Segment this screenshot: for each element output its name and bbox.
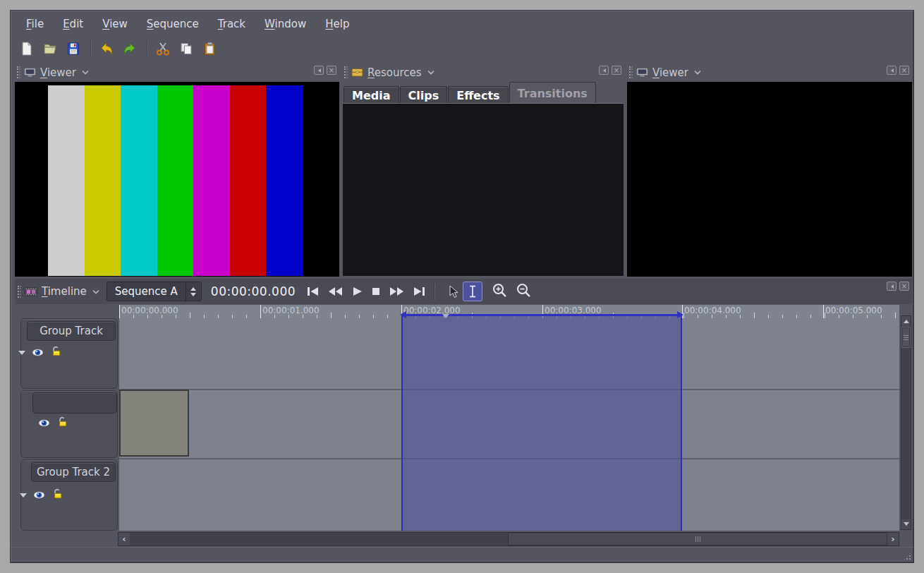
tab-clips[interactable]: Clips — [400, 86, 448, 103]
ruler-tick-label: 00:00:01.000 — [260, 305, 320, 318]
viewer-panel-right: Viewer × — [627, 63, 912, 277]
transport-controls — [306, 286, 426, 296]
track-name-button[interactable]: Group Track 2 — [31, 462, 116, 482]
scroll-left-button[interactable]: ‹ — [118, 533, 130, 545]
track-header-group-track-2: Group Track 2 — [20, 459, 118, 531]
dock-left-icon — [601, 68, 606, 73]
collapse-track-icon[interactable] — [20, 493, 27, 501]
timeline-clip[interactable] — [119, 390, 189, 457]
sequence-selector-value: Sequence A — [107, 282, 186, 301]
menu-edit[interactable]: Edit — [56, 14, 90, 34]
panel-close-button[interactable]: × — [612, 66, 621, 75]
rewind-icon — [328, 286, 343, 296]
panel-drag-handle[interactable] — [17, 66, 20, 78]
timeline-vertical-scrollbar[interactable] — [901, 315, 911, 530]
panel-drag-handle[interactable] — [629, 66, 633, 78]
panel-close-button[interactable]: × — [327, 66, 336, 75]
scroll-up-button[interactable] — [901, 316, 911, 326]
chevron-down-icon[interactable] — [92, 289, 99, 294]
sequence-spinner[interactable] — [186, 282, 201, 301]
main-toolbar — [11, 37, 913, 60]
track-visibility-eye-icon[interactable] — [33, 488, 45, 502]
ibeam-tool-button[interactable] — [463, 282, 482, 301]
open-button[interactable] — [42, 40, 59, 57]
menu-view[interactable]: View — [96, 14, 134, 34]
rewind-button[interactable] — [328, 286, 343, 296]
cut-button[interactable] — [154, 40, 171, 57]
panel-close-button[interactable]: × — [899, 282, 909, 291]
panel-title-resources[interactable]: Resources — [367, 66, 422, 79]
panel-title-viewer[interactable]: Viewer — [40, 66, 76, 79]
menu-sequence[interactable]: Sequence — [140, 14, 205, 34]
track-lock-open-icon[interactable] — [50, 346, 61, 359]
sequence-selector[interactable]: Sequence A — [107, 282, 202, 301]
dock-left-icon — [889, 68, 894, 73]
selection-marker-icon — [442, 314, 449, 322]
track-visibility-eye-icon[interactable] — [32, 346, 44, 359]
cut-icon — [155, 41, 171, 56]
skip-to-start-button[interactable] — [306, 286, 320, 296]
tab-media[interactable]: Media — [344, 86, 399, 103]
panel-dock-button[interactable] — [887, 66, 896, 75]
paste-button[interactable] — [201, 40, 218, 57]
chevron-down-icon[interactable] — [427, 70, 434, 75]
track-lock-open-icon[interactable] — [51, 488, 63, 502]
zoom-out-button[interactable] — [516, 282, 532, 301]
chevron-down-icon[interactable] — [82, 70, 89, 75]
panel-title-timeline[interactable]: Timeline — [42, 285, 87, 298]
menu-window[interactable]: Window — [258, 14, 312, 34]
panel-dock-button[interactable] — [599, 66, 609, 75]
dock-left-icon — [316, 68, 321, 73]
new-document-button[interactable] — [18, 40, 35, 57]
track-visibility-eye-icon[interactable] — [38, 416, 50, 430]
track-name-button[interactable] — [32, 392, 117, 414]
panel-dock-button[interactable] — [314, 66, 324, 75]
status-bar — [11, 547, 913, 562]
vertical-scrollbar-thumb[interactable] — [901, 327, 911, 348]
select-tool-button[interactable] — [443, 282, 463, 301]
color-bar — [85, 85, 121, 276]
scroll-down-button[interactable] — [901, 519, 911, 529]
close-icon: × — [901, 67, 907, 74]
menu-file[interactable]: File — [20, 14, 50, 34]
skip-to-end-button[interactable] — [413, 286, 426, 296]
undo-button[interactable] — [98, 40, 115, 57]
track-lock-open-icon[interactable] — [56, 416, 68, 430]
fast-forward-button[interactable] — [389, 286, 404, 296]
window-resize-grip[interactable] — [903, 552, 912, 561]
copy-button[interactable] — [178, 40, 195, 57]
play-button[interactable] — [351, 286, 363, 296]
panel-close-button[interactable]: × — [899, 66, 909, 75]
stop-button[interactable] — [371, 286, 381, 296]
dock-left-icon — [889, 284, 894, 289]
paste-icon — [202, 41, 217, 56]
skip-to-start-icon — [306, 286, 320, 296]
save-icon — [66, 41, 81, 56]
new-document-icon — [19, 41, 35, 56]
smpte-color-bars — [48, 85, 303, 276]
collapse-track-icon[interactable] — [18, 351, 25, 358]
panel-dock-button[interactable] — [887, 282, 896, 291]
horizontal-scrollbar-thumb[interactable] — [508, 533, 887, 545]
menu-track[interactable]: Track — [212, 14, 252, 34]
timeline-selection-region[interactable] — [401, 314, 682, 531]
zoom-in-button[interactable] — [492, 282, 508, 301]
timeline-toolbar: Timeline Sequence A 00:00:00.000 — [15, 279, 912, 304]
tab-effects[interactable]: Effects — [448, 86, 508, 103]
chevron-down-icon[interactable] — [694, 70, 701, 75]
track-name-button[interactable]: Group Track — [27, 321, 116, 341]
scroll-right-button[interactable]: › — [887, 533, 899, 545]
save-button[interactable] — [65, 40, 82, 57]
tab-transitions[interactable]: Transitions — [509, 82, 596, 103]
color-bar — [230, 85, 267, 276]
resources-tabbar: Media Clips Effects Transitions — [344, 82, 623, 103]
color-bar — [121, 85, 157, 276]
arrow-left-icon — [400, 311, 406, 318]
redo-button[interactable] — [121, 40, 138, 57]
panel-title-viewer[interactable]: Viewer — [652, 66, 688, 79]
menu-help[interactable]: Help — [319, 14, 355, 34]
timeline-horizontal-scrollbar[interactable]: ‹ › — [118, 532, 899, 546]
panel-drag-handle[interactable] — [18, 286, 21, 298]
panel-drag-handle[interactable] — [344, 66, 348, 78]
transitions-list[interactable] — [343, 103, 624, 276]
